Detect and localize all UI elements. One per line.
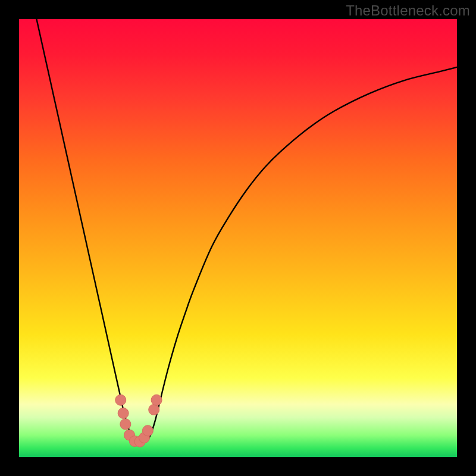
watermark-text: TheBottleneck.com: [346, 2, 470, 19]
curve-layer: [19, 19, 457, 457]
curve-marker: [120, 419, 131, 430]
curve-marker: [118, 408, 129, 418]
curve-marker: [142, 425, 153, 436]
curve-marker: [149, 405, 159, 415]
curve-marker: [151, 394, 162, 405]
chart-frame: TheBottleneck.com: [0, 0, 476, 476]
bottleneck-curve: [36, 19, 457, 443]
curve-marker: [115, 394, 126, 405]
plot-area: [19, 19, 457, 457]
